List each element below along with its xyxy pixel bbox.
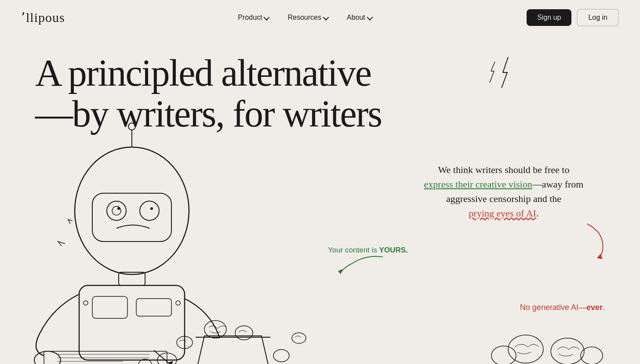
hero-right-content: Your content is YOURS. We think writers … [403, 158, 605, 234]
hero-description: We think writers should be free to expre… [403, 162, 605, 220]
signup-button[interactable]: Sign up [527, 9, 571, 26]
svg-point-24 [292, 333, 306, 343]
svg-rect-2 [92, 193, 171, 241]
hero-section: A principled alternative —by writers, fo… [0, 35, 640, 364]
bottom-right-crumples [482, 312, 605, 364]
nav-links: Product Resources About [230, 10, 379, 25]
svg-point-35 [508, 335, 543, 363]
svg-rect-25 [44, 351, 167, 364]
robot-illustration [0, 92, 316, 364]
svg-point-22 [273, 350, 289, 362]
green-arrow-icon [335, 252, 392, 274]
creative-vision-text: express their creative vision [424, 179, 532, 190]
svg-point-7 [150, 207, 153, 210]
nav-actions: Sign up Log in [527, 9, 619, 26]
prying-eyes-text: prying eyes of AI [469, 208, 536, 219]
chevron-down-icon [367, 14, 373, 21]
chevron-down-icon [264, 14, 270, 21]
svg-point-38 [581, 347, 603, 364]
nav-about[interactable]: About [339, 10, 379, 25]
svg-point-20 [235, 326, 253, 340]
svg-text:ʼllipous: ʼllipous [21, 10, 65, 25]
svg-point-5 [117, 207, 120, 210]
lightning-small-icon [486, 61, 499, 86]
svg-point-31 [84, 301, 88, 305]
svg-rect-13 [136, 299, 171, 316]
no-ai-label: No generative AI—ever. [520, 303, 605, 312]
chevron-down-icon [323, 14, 329, 21]
svg-point-9 [128, 123, 135, 130]
nav-product[interactable]: Product [230, 10, 276, 25]
navbar: ʼllipous Product Resources About Sign up… [0, 0, 640, 35]
login-button[interactable]: Log in [577, 9, 619, 26]
svg-point-14 [34, 351, 61, 364]
logo[interactable]: ʼllipous [21, 7, 83, 28]
svg-line-29 [154, 350, 171, 364]
svg-point-3 [107, 201, 126, 220]
nav-resources[interactable]: Resources [280, 10, 335, 25]
svg-rect-12 [92, 296, 127, 318]
svg-point-32 [176, 301, 180, 305]
svg-point-6 [140, 201, 159, 220]
svg-point-36 [551, 338, 584, 364]
red-arrow-icon [578, 220, 614, 259]
svg-point-37 [491, 346, 516, 364]
